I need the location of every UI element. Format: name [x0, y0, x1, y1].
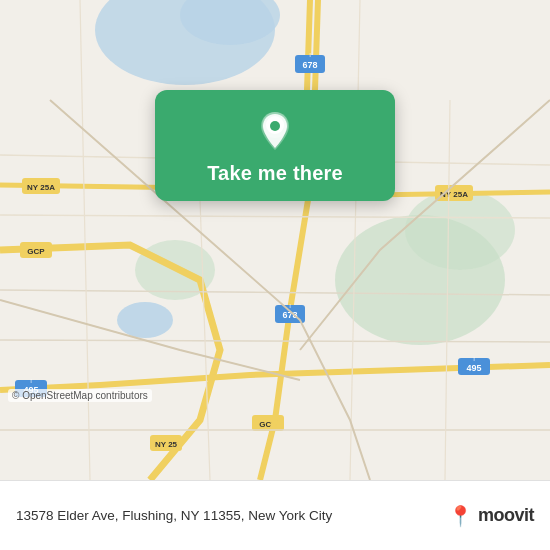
navigate-card[interactable]: Take me there [155, 90, 395, 201]
address-label: 13578 Elder Ave, Flushing, NY 11355, New… [16, 508, 332, 523]
moovit-pin-icon: 📍 [448, 504, 473, 528]
svg-point-5 [405, 190, 515, 270]
map-copyright: © OpenStreetMap contributors [8, 389, 152, 402]
moovit-brand-label: moovit [478, 505, 534, 526]
map-view: 678 I NY 25A NY 25A GCP GCP 678 I 495 I … [0, 0, 550, 480]
card-cta-label: Take me there [207, 162, 343, 185]
svg-text:678: 678 [302, 60, 317, 70]
svg-point-3 [117, 302, 173, 338]
location-pin-icon [253, 108, 297, 152]
moovit-logo: 📍 moovit [448, 504, 534, 528]
bottom-bar: 13578 Elder Ave, Flushing, NY 11355, New… [0, 480, 550, 550]
svg-text:495: 495 [466, 363, 481, 373]
map-svg: 678 I NY 25A NY 25A GCP GCP 678 I 495 I … [0, 0, 550, 480]
svg-text:NY 25: NY 25 [155, 440, 178, 449]
svg-text:GCP: GCP [27, 247, 45, 256]
svg-point-40 [270, 121, 280, 131]
svg-text:NY 25A: NY 25A [27, 183, 55, 192]
